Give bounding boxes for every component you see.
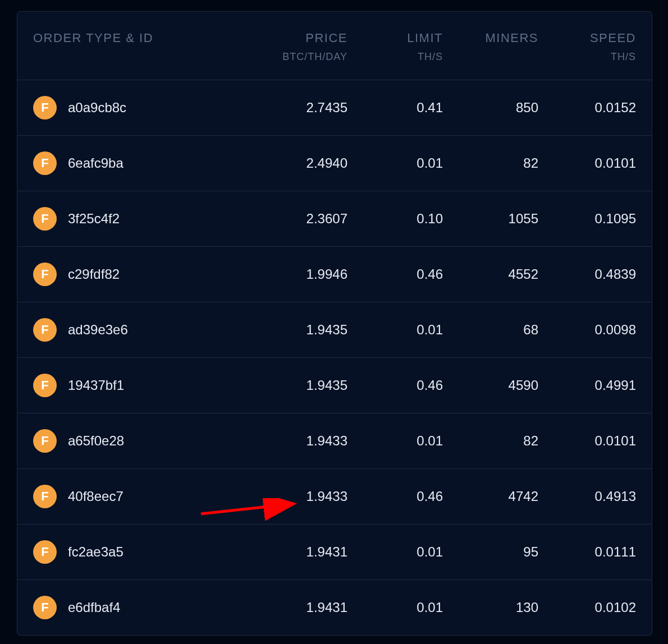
table-row[interactable]: Fc29fdf821.99460.4645520.4839 [17,247,652,302]
order-type-badge: F [33,429,57,453]
limit-cell: 0.10 [347,211,443,227]
miners-cell: 82 [443,433,538,449]
order-type-badge: F [33,207,57,231]
speed-cell: 0.0111 [538,544,636,560]
header-price-unit: BTC/TH/DAY [235,51,347,63]
miners-cell: 850 [443,100,538,116]
price-cell: 2.4940 [235,155,347,171]
header-order: ORDER TYPE & ID [33,31,235,45]
speed-cell: 0.0102 [538,600,636,615]
order-id: ad39e3e6 [68,322,128,338]
header-limit-unit: TH/S [347,51,443,63]
order-id: a65f0e28 [68,433,124,449]
order-id: 40f8eec7 [68,489,123,504]
miners-cell: 1055 [443,211,538,227]
speed-cell: 0.0152 [538,100,636,116]
table-row[interactable]: Fe6dfbaf41.94310.011300.0102 [17,580,652,635]
miners-cell: 130 [443,600,538,615]
limit-cell: 0.01 [347,600,443,615]
miners-cell: 4742 [443,489,538,504]
table-row[interactable]: F19437bf11.94350.4645900.4991 [17,358,652,413]
table-row[interactable]: F6eafc9ba2.49400.01820.0101 [17,136,652,191]
miners-cell: 68 [443,322,538,338]
price-cell: 2.7435 [235,100,347,116]
price-cell: 1.9435 [235,322,347,338]
speed-cell: 0.4839 [538,266,636,282]
price-cell: 1.9435 [235,378,347,393]
miners-cell: 4552 [443,266,538,282]
limit-cell: 0.46 [347,489,443,504]
limit-cell: 0.46 [347,266,443,282]
header-speed-unit: TH/S [538,51,636,63]
table-body: Fa0a9cb8c2.74350.418500.0152F6eafc9ba2.4… [17,80,652,635]
limit-cell: 0.01 [347,544,443,560]
orders-table: ORDER TYPE & ID PRICE BTC/TH/DAY LIMIT T… [17,11,652,636]
table-row[interactable]: F40f8eec71.94330.4647420.4913 [17,469,652,525]
order-type-badge: F [33,374,57,397]
speed-cell: 0.0101 [538,155,636,171]
price-cell: 1.9433 [235,489,347,504]
speed-cell: 0.0098 [538,322,636,338]
speed-cell: 0.4991 [538,378,636,393]
miners-cell: 4590 [443,378,538,393]
limit-cell: 0.01 [347,433,443,449]
order-type-badge: F [33,151,57,175]
table-header: ORDER TYPE & ID PRICE BTC/TH/DAY LIMIT T… [17,12,652,80]
order-type-badge: F [33,485,57,508]
table-row[interactable]: Fa0a9cb8c2.74350.418500.0152 [17,80,652,136]
header-speed: SPEED [538,31,636,45]
order-id: 19437bf1 [68,378,124,393]
price-cell: 1.9946 [235,266,347,282]
speed-cell: 0.1095 [538,211,636,227]
order-id: c29fdf82 [68,266,120,282]
table-row[interactable]: F3f25c4f22.36070.1010550.1095 [17,191,652,247]
order-id: fc2ae3a5 [68,544,123,560]
order-type-badge: F [33,263,57,286]
header-limit: LIMIT [347,31,443,45]
order-id: 6eafc9ba [68,155,123,171]
order-id: 3f25c4f2 [68,211,120,227]
table-row[interactable]: Fad39e3e61.94350.01680.0098 [17,302,652,358]
order-type-badge: F [33,596,57,619]
miners-cell: 82 [443,155,538,171]
order-type-badge: F [33,96,57,119]
order-type-badge: F [33,540,57,564]
order-type-badge: F [33,318,57,342]
price-cell: 2.3607 [235,211,347,227]
order-id: e6dfbaf4 [68,600,120,615]
speed-cell: 0.4913 [538,489,636,504]
speed-cell: 0.0101 [538,433,636,449]
table-row[interactable]: Fa65f0e281.94330.01820.0101 [17,413,652,469]
price-cell: 1.9433 [235,433,347,449]
table-row[interactable]: Ffc2ae3a51.94310.01950.0111 [17,525,652,580]
price-cell: 1.9431 [235,544,347,560]
limit-cell: 0.41 [347,100,443,116]
header-miners: MINERS [443,31,538,45]
header-price: PRICE [235,31,347,45]
order-id: a0a9cb8c [68,100,126,116]
limit-cell: 0.01 [347,322,443,338]
limit-cell: 0.01 [347,155,443,171]
limit-cell: 0.46 [347,378,443,393]
price-cell: 1.9431 [235,600,347,615]
miners-cell: 95 [443,544,538,560]
